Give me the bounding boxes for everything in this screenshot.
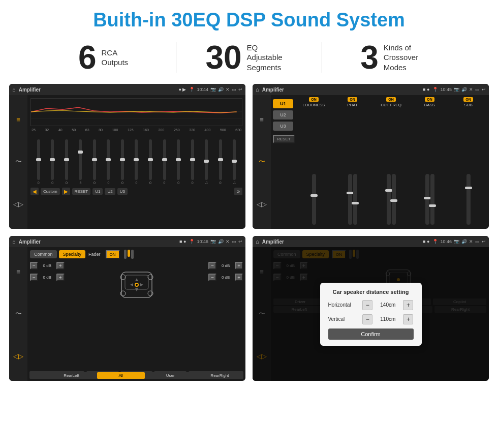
db4-plus-btn[interactable]: + [235,274,243,281]
minimize-icon-3[interactable]: ▭ [232,239,236,244]
db-row-2: − 0 dB + [30,274,65,281]
camera-icon-3: 📷 [210,239,216,244]
eq-prev-btn[interactable]: ◀ [30,188,39,195]
eq-custom-btn[interactable]: Custom [41,188,60,195]
screen1-topbar: ⌂ Amplifier ● ▶ 📍 10:44 📷 🔊 ✕ ▭ ↩ [9,84,245,95]
all-btn[interactable]: All [97,372,144,379]
eq-slider-13: 0 [213,139,228,185]
home-icon[interactable]: ⌂ [12,86,16,93]
phat-slider-g[interactable] [348,174,352,225]
stat-crossover-label: Kinds of Crossover Modes [384,43,429,73]
minimize-icon[interactable]: ▭ [232,87,236,92]
close-icon[interactable]: ✕ [226,87,230,92]
db3-minus-btn[interactable]: − [208,262,216,270]
close-icon-2[interactable]: ✕ [469,87,473,92]
crossover-channels: ON LOUDNESS ON PHAT [295,97,487,227]
confirm-button[interactable]: Confirm [328,328,414,340]
eq-u2-btn[interactable]: U2 [105,188,115,195]
vertical-plus-btn[interactable]: + [403,314,413,324]
fader-sliders-h [124,250,134,259]
speaker-icon-2[interactable]: ◁▷ [257,200,267,208]
fader-label: Fader [88,252,101,257]
screen3-title: Amplifier [19,239,41,245]
loudness-slider[interactable] [312,174,316,225]
camera-icon: 📷 [210,87,216,92]
back-icon-3[interactable]: ↩ [238,239,242,244]
wave-icon[interactable]: 〜 [15,157,22,166]
vertical-minus-btn[interactable]: − [362,314,372,324]
wave-icon-2[interactable]: 〜 [259,157,265,166]
cutfreq-slider-g[interactable] [392,174,396,225]
db3-plus-btn[interactable]: + [235,262,243,270]
db2-minus-btn[interactable]: − [30,274,38,281]
fader-tabs: Common Specialty [30,250,85,258]
bass-slider[interactable] [425,174,429,225]
dialog-horizontal-label: Horizontal [328,302,359,308]
dialog-vertical-row: Vertical − 110cm + [328,314,414,324]
eq-play-btn[interactable]: ▶ [62,188,70,195]
back-icon[interactable]: ↩ [238,87,242,92]
crossover-reset-btn[interactable]: RESET [273,135,295,143]
fader-on-btn[interactable]: ON [106,250,120,259]
close-icon-4[interactable]: ✕ [469,239,473,244]
eq-u1-btn[interactable]: U1 [92,188,103,195]
db4-minus-btn[interactable]: − [208,274,216,281]
crossover-u-buttons: U1 U2 U3 RESET [273,97,293,227]
horizontal-plus-btn[interactable]: + [403,300,413,310]
tab-common[interactable]: Common [30,250,57,258]
screen1-main: 253240506380100125160200250320400500630 … [27,95,245,229]
minimize-icon-2[interactable]: ▭ [475,87,480,92]
minimize-icon-4[interactable]: ▭ [475,239,480,244]
db2-plus-btn[interactable]: + [56,274,65,281]
close-icon-3[interactable]: ✕ [226,239,230,244]
rearright-btn[interactable]: RearRight [196,372,243,379]
eq-expand-btn[interactable]: » [234,188,242,195]
screen3-sidebar: ≡ 〜 ◁▷ [9,247,27,381]
eq-u3-btn[interactable]: U3 [117,188,128,195]
wave-icon-3[interactable]: 〜 [15,309,22,318]
eq-slider-6: 0 [115,139,130,185]
db-row-4: − 0 dB + [208,274,243,281]
phat-on[interactable]: ON [348,97,357,102]
screen-dialog: ⌂ Amplifier ■ ● 📍 10:46 📷 🔊 ✕ ▭ ↩ ≡ 〜 ◁▷ [253,236,489,381]
eq-slider-0: 0 [32,139,46,185]
user-btn[interactable]: User [147,372,194,379]
eq-icon[interactable]: ≡ [16,116,20,124]
channel-loudness: ON LOUDNESS [295,97,332,227]
screen2-topbar: ⌂ Amplifier ■ ● 📍 10:45 📷 🔊 ✕ ▭ ↩ [253,84,489,95]
cutfreq-on[interactable]: ON [386,97,396,102]
fader-bar-1 [124,250,127,259]
eq-icon-3[interactable]: ≡ [16,268,20,276]
sub-slider[interactable] [466,174,471,225]
screen2-indicator: ■ ● [423,87,429,92]
screen4-time: 10:46 [440,239,452,244]
tab-specialty[interactable]: Specialty [59,250,86,258]
bass-slider-2[interactable] [430,174,434,225]
speaker-icon[interactable]: ◁▷ [13,200,23,208]
u2-button[interactable]: U2 [273,110,293,120]
eq-slider-1: 0 [46,139,60,185]
loudness-on[interactable]: ON [309,97,319,102]
phat-slider-f[interactable] [353,174,357,225]
db1-plus-btn[interactable]: + [56,262,65,270]
u1-button[interactable]: U1 [273,99,293,108]
channel-sub: ON SUB [450,97,487,227]
home-icon-3[interactable]: ⌂ [12,238,16,245]
eq-slider-8: 0 [143,139,158,185]
rearleft-btn[interactable]: RearLeft [48,372,95,379]
volume-icon-3: 🔊 [218,239,224,244]
screen2-icons: 📍 10:45 📷 🔊 ✕ ▭ ↩ [432,87,486,92]
sub-on[interactable]: ON [463,97,473,102]
home-icon-2[interactable]: ⌂ [256,86,259,93]
eq-icon-2[interactable]: ≡ [260,116,264,124]
screen1-time: 10:44 [197,87,208,92]
horizontal-minus-btn[interactable]: − [362,300,372,310]
db1-minus-btn[interactable]: − [30,262,38,270]
back-icon-4[interactable]: ↩ [482,239,486,244]
speaker-icon-3[interactable]: ◁▷ [13,352,23,360]
u3-button[interactable]: U3 [273,122,293,131]
home-icon-4[interactable]: ⌂ [256,238,259,245]
eq-reset-btn[interactable]: RESET [72,188,91,195]
back-icon-2[interactable]: ↩ [482,87,486,92]
bass-on[interactable]: ON [425,97,434,102]
